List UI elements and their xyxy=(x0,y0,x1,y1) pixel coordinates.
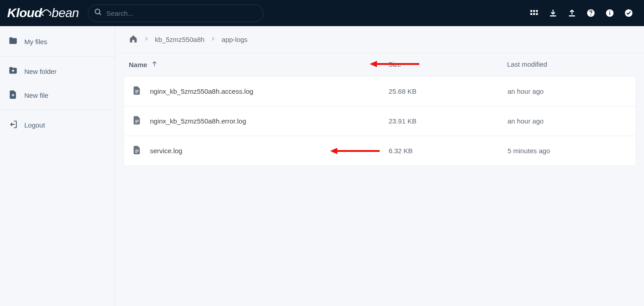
brand-part1: Kloud xyxy=(7,6,42,20)
file-size: 25.68 KB xyxy=(389,87,508,95)
svg-rect-18 xyxy=(135,90,138,91)
svg-rect-7 xyxy=(536,13,538,15)
file-list: nginx_kb_5zmz550a8h.access.log 25.68 KB … xyxy=(123,76,636,166)
svg-point-0 xyxy=(95,9,100,14)
svg-rect-23 xyxy=(135,123,137,123)
file-modified: 5 minutes ago xyxy=(508,147,630,155)
file-icon xyxy=(132,145,142,156)
header-actions xyxy=(530,9,637,18)
file-name: service.log xyxy=(150,147,182,155)
svg-rect-8 xyxy=(550,15,556,17)
file-modified: an hour ago xyxy=(508,87,630,95)
cloud-icon xyxy=(41,9,53,18)
table-row[interactable]: nginx_kb_5zmz550a8h.access.log 25.68 KB … xyxy=(124,77,635,106)
svg-rect-25 xyxy=(135,151,138,151)
folder-icon xyxy=(8,36,18,47)
svg-rect-19 xyxy=(135,91,138,92)
chevron-right-icon xyxy=(210,36,216,43)
file-name: nginx_kb_5zmz550a8h.access.log xyxy=(150,87,253,95)
home-icon xyxy=(129,34,138,43)
sidebar-item-label: New folder xyxy=(24,68,57,75)
svg-rect-26 xyxy=(135,152,137,153)
breadcrumb-segment-current[interactable]: app-logs xyxy=(222,36,248,43)
svg-point-11 xyxy=(590,14,591,15)
divider xyxy=(0,110,115,110)
svg-rect-2 xyxy=(531,10,532,12)
table-row[interactable]: nginx_kb_5zmz550a8h.error.log 23.91 KB a… xyxy=(124,106,635,136)
breadcrumb-segment[interactable]: kb_5zmz550a8h xyxy=(155,36,204,43)
svg-rect-13 xyxy=(609,12,610,15)
svg-rect-5 xyxy=(531,13,532,15)
search-container xyxy=(88,5,263,22)
sort-ascending-icon xyxy=(151,60,158,69)
svg-rect-20 xyxy=(135,93,137,93)
info-icon[interactable] xyxy=(605,9,614,18)
help-icon[interactable] xyxy=(586,9,595,18)
file-size: 23.91 KB xyxy=(389,117,508,125)
svg-point-14 xyxy=(609,11,610,12)
column-header-size[interactable]: Size xyxy=(388,60,507,69)
download-icon[interactable] xyxy=(549,9,558,18)
breadcrumb-home[interactable] xyxy=(129,34,138,45)
table-row[interactable]: service.log 6.32 KB 5 minutes ago xyxy=(124,136,635,165)
app-header: Kloudbean xyxy=(0,0,644,26)
file-icon xyxy=(132,86,142,97)
sidebar-item-label: My files xyxy=(24,38,47,46)
svg-rect-22 xyxy=(135,121,138,122)
file-size: 6.32 KB xyxy=(389,147,508,155)
svg-rect-3 xyxy=(533,10,535,12)
upload-icon[interactable] xyxy=(567,9,576,18)
sidebar-item-logout[interactable]: Logout xyxy=(0,113,115,137)
table-header: Name Size Last modified xyxy=(115,53,644,76)
sidebar-item-new-folder[interactable]: New folder xyxy=(0,59,115,83)
sidebar-item-my-files[interactable]: My files xyxy=(0,30,115,54)
brand-logo: Kloudbean xyxy=(7,6,79,20)
column-header-name[interactable]: Name xyxy=(129,60,388,69)
search-input[interactable] xyxy=(88,5,263,22)
sidebar-item-new-file[interactable]: New file xyxy=(0,83,115,107)
file-plus-icon xyxy=(8,90,18,101)
check-icon[interactable] xyxy=(624,9,633,18)
chevron-right-icon xyxy=(143,36,150,43)
main-content: kb_5zmz550a8h app-logs Name Size Last mo… xyxy=(115,26,644,306)
column-header-modified[interactable]: Last modified xyxy=(507,60,630,69)
folder-plus-icon xyxy=(8,66,18,77)
svg-line-1 xyxy=(99,13,101,15)
svg-rect-9 xyxy=(569,15,575,17)
file-modified: an hour ago xyxy=(508,117,630,125)
search-icon xyxy=(94,8,102,18)
svg-rect-21 xyxy=(135,120,138,120)
file-name: nginx_kb_5zmz550a8h.error.log xyxy=(150,117,246,125)
brand-part2: bean xyxy=(52,6,79,20)
sidebar-item-label: Logout xyxy=(24,121,45,129)
breadcrumb: kb_5zmz550a8h app-logs xyxy=(115,26,644,53)
file-icon xyxy=(132,115,142,127)
logout-icon xyxy=(8,119,18,131)
apps-icon[interactable] xyxy=(530,9,539,18)
svg-rect-24 xyxy=(135,150,138,150)
sidebar: My files New folder New file Logout xyxy=(0,26,115,306)
svg-rect-4 xyxy=(536,10,538,12)
svg-rect-6 xyxy=(533,13,535,15)
divider xyxy=(0,56,115,57)
sidebar-item-label: New file xyxy=(24,91,48,99)
